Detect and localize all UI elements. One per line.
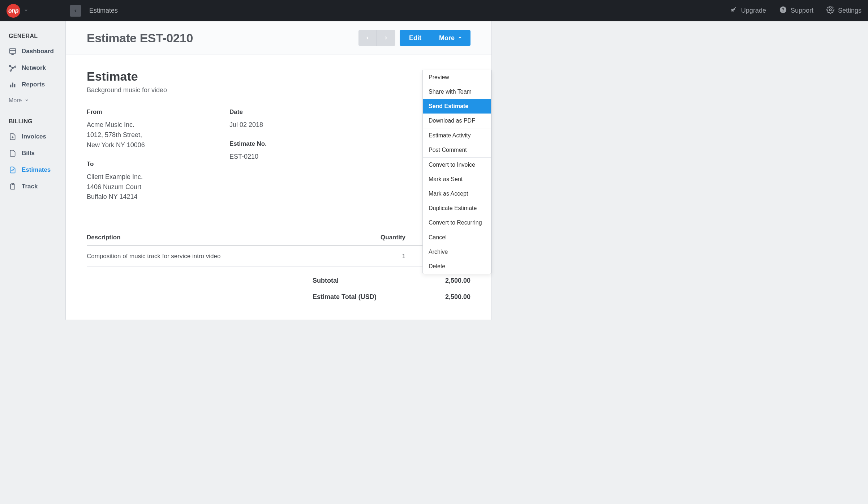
- settings-link[interactable]: Settings: [826, 6, 861, 16]
- svg-rect-14: [10, 85, 12, 87]
- dropdown-item[interactable]: Convert to Invoice: [423, 158, 491, 172]
- clipboard-icon: [9, 183, 17, 191]
- svg-rect-15: [12, 83, 13, 87]
- edit-button[interactable]: Edit: [400, 30, 431, 46]
- svg-line-11: [10, 66, 13, 68]
- sidebar-item-label: Estimates: [22, 166, 51, 174]
- line-item-row: Composition of music track for service i…: [87, 246, 470, 267]
- svg-point-2: [829, 9, 832, 11]
- sidebar-more[interactable]: More: [0, 93, 65, 108]
- sidebar-item-label: Invoices: [22, 133, 46, 140]
- dropdown-item[interactable]: Send Estimate: [423, 99, 491, 114]
- upgrade-link[interactable]: Upgrade: [730, 6, 766, 15]
- col-desc: Description: [87, 234, 362, 241]
- sidebar-item-dashboard[interactable]: Dashboard: [0, 43, 65, 60]
- dropdown-item[interactable]: Share with Team: [423, 85, 491, 99]
- total-label: Estimate Total (USD): [87, 293, 405, 301]
- sidebar-item-network[interactable]: Network: [0, 60, 65, 76]
- support-link[interactable]: ? Support: [779, 6, 813, 16]
- sidebar-item-label: Track: [22, 183, 38, 190]
- total-value: 2,500.00: [405, 293, 470, 301]
- upgrade-label: Upgrade: [741, 7, 766, 14]
- sidebar: GENERAL Dashboard Network Reports More: [0, 21, 65, 320]
- col-qty: Quantity: [362, 234, 405, 241]
- support-label: Support: [791, 7, 813, 14]
- from-text: Acme Music Inc.1012, 578th Street,New Yo…: [87, 120, 229, 150]
- back-button[interactable]: [70, 5, 81, 17]
- bill-icon: [9, 149, 17, 157]
- sidebar-item-reports[interactable]: Reports: [0, 76, 65, 93]
- subtotal-value: 2,500.00: [405, 277, 470, 285]
- sidebar-item-estimates[interactable]: Estimates: [0, 162, 65, 178]
- next-button[interactable]: [377, 30, 395, 46]
- dropdown-item[interactable]: Download as PDF: [423, 114, 491, 128]
- dropdown-item[interactable]: Preview: [423, 70, 491, 85]
- sidebar-item-bills[interactable]: Bills: [0, 145, 65, 162]
- subtotal-label: Subtotal: [87, 277, 405, 285]
- network-icon: [9, 64, 17, 72]
- sidebar-item-label: Bills: [22, 150, 35, 157]
- sidebar-item-label: Network: [22, 64, 46, 72]
- chevron-down-icon[interactable]: [24, 8, 28, 13]
- sidebar-group-general: GENERAL: [0, 29, 65, 43]
- estimate-icon: [9, 166, 17, 174]
- dropdown-item[interactable]: Cancel: [423, 230, 491, 245]
- svg-rect-16: [14, 84, 16, 87]
- sidebar-item-track[interactable]: Track: [0, 178, 65, 195]
- breadcrumb[interactable]: Estimates: [89, 7, 118, 14]
- dropdown-item[interactable]: Archive: [423, 245, 491, 259]
- dropdown-item[interactable]: Post Comment: [423, 143, 491, 157]
- bar-chart-icon: [9, 81, 17, 89]
- sidebar-group-billing: BILLING: [0, 115, 65, 128]
- dropdown-item[interactable]: Duplicate Estimate: [423, 201, 491, 215]
- chevron-down-icon: [25, 97, 29, 104]
- rocket-icon: [730, 6, 738, 15]
- chevron-up-icon: [457, 34, 463, 42]
- document-subtitle: Background music for video: [87, 86, 470, 94]
- to-text: Client Example Inc.1406 Nuzum CourtBuffa…: [87, 172, 229, 202]
- from-label: From: [87, 108, 229, 116]
- settings-label: Settings: [838, 7, 861, 14]
- dropdown-item[interactable]: Delete: [423, 259, 491, 274]
- dropdown-item[interactable]: Convert to Recurring: [423, 215, 491, 230]
- invoice-icon: [9, 133, 17, 141]
- svg-rect-3: [10, 49, 16, 54]
- sidebar-more-label: More: [9, 97, 22, 104]
- page-title: Estimate EST-0210: [87, 31, 193, 45]
- svg-line-13: [11, 68, 13, 71]
- sidebar-item-label: Reports: [22, 81, 45, 88]
- more-button-label: More: [439, 34, 455, 42]
- dropdown-item[interactable]: Mark as Sent: [423, 172, 491, 187]
- logo[interactable]: onp: [7, 4, 20, 18]
- prev-button[interactable]: [358, 30, 377, 46]
- dashboard-icon: [9, 47, 17, 55]
- sidebar-item-invoices[interactable]: Invoices: [0, 128, 65, 145]
- to-label: To: [87, 161, 229, 168]
- sidebar-item-label: Dashboard: [22, 48, 54, 55]
- dropdown-item[interactable]: Estimate Activity: [423, 128, 491, 143]
- dropdown-item[interactable]: Mark as Accept: [423, 187, 491, 201]
- document-title: Estimate: [87, 69, 470, 84]
- gear-icon: [826, 6, 834, 16]
- more-dropdown: PreviewShare with TeamSend EstimateDownl…: [422, 70, 491, 274]
- svg-text:?: ?: [782, 7, 785, 13]
- more-button[interactable]: More: [431, 30, 470, 46]
- help-icon: ?: [779, 6, 787, 16]
